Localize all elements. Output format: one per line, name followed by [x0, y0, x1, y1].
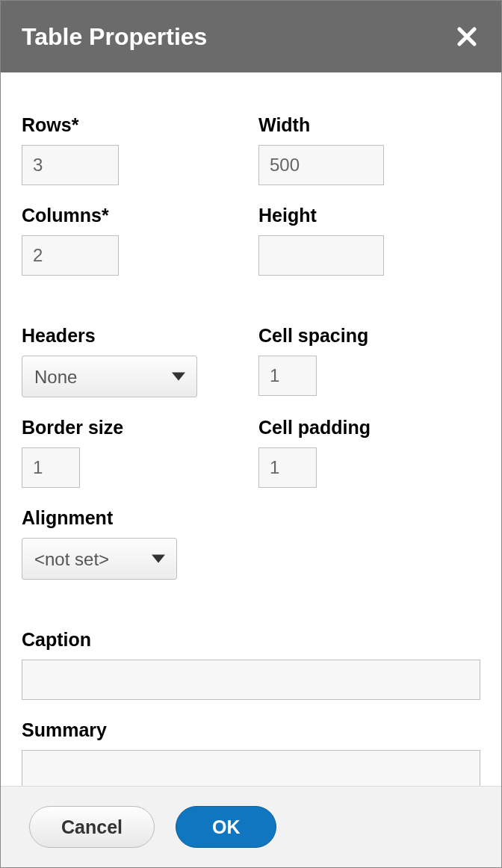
width-label: Width [258, 114, 480, 136]
dialog-title: Table Properties [22, 23, 207, 51]
headers-select[interactable]: None [22, 356, 197, 397]
close-button[interactable] [453, 23, 480, 50]
rows-label: Rows* [22, 114, 244, 136]
caption-input[interactable] [22, 660, 480, 700]
height-input[interactable] [258, 235, 384, 276]
dialog-footer: Cancel OK [1, 786, 501, 867]
rows-input[interactable] [22, 145, 119, 185]
cell-padding-label: Cell padding [258, 417, 480, 438]
cell-spacing-field: Cell spacing [258, 325, 480, 396]
summary-input[interactable] [22, 750, 480, 786]
alignment-select[interactable]: <not set> [22, 538, 177, 580]
cancel-button[interactable]: Cancel [29, 806, 155, 848]
cell-spacing-label: Cell spacing [258, 325, 480, 347]
headers-field: Headers None [22, 325, 244, 397]
height-field: Height [258, 205, 480, 276]
cell-padding-field: Cell padding [258, 417, 480, 488]
width-input[interactable] [258, 145, 384, 185]
columns-input[interactable] [22, 235, 119, 276]
height-label: Height [258, 205, 480, 226]
rows-field: Rows* [22, 114, 244, 185]
alignment-field: Alignment <not set> [22, 507, 244, 580]
cell-padding-input[interactable] [258, 447, 317, 488]
summary-label: Summary [22, 719, 480, 741]
cell-spacing-input[interactable] [258, 356, 317, 396]
border-size-input[interactable] [22, 447, 80, 488]
caption-field: Caption [22, 629, 480, 700]
border-size-label: Border size [22, 417, 244, 438]
caption-label: Caption [22, 629, 480, 651]
border-size-field: Border size [22, 417, 244, 488]
headers-label: Headers [22, 325, 244, 347]
width-field: Width [258, 114, 480, 185]
columns-label: Columns* [22, 205, 244, 226]
dialog-titlebar: Table Properties [1, 1, 501, 72]
dialog-body: Rows* Width Columns* Heig [1, 72, 501, 786]
close-icon [456, 25, 478, 48]
alignment-label: Alignment [22, 507, 244, 529]
table-properties-dialog: Table Properties Rows* Width [0, 0, 502, 868]
columns-field: Columns* [22, 205, 244, 276]
summary-field: Summary [22, 719, 480, 786]
ok-button[interactable]: OK [176, 806, 277, 848]
